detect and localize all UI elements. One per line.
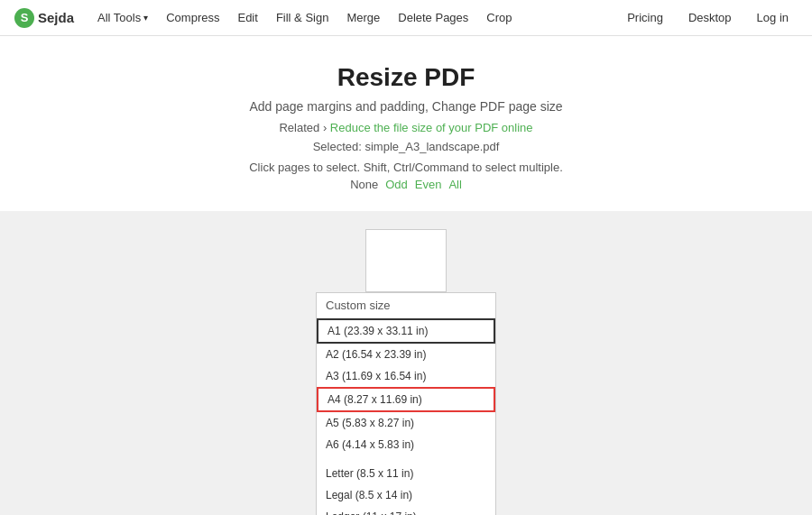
nav-desktop[interactable]: Desktop (679, 0, 741, 36)
nav-login[interactable]: Log in (748, 0, 798, 36)
page-selectors: None Odd Even All (14, 178, 798, 191)
nav-compress[interactable]: Compress (157, 0, 228, 36)
nav-links: All Tools ▾ Compress Edit Fill & Sign Me… (88, 0, 618, 36)
dropdown-item-letter[interactable]: Letter (8.5 x 11 in) (317, 463, 495, 484)
selected-file-label: Selected: simple_A3_landscape.pdf (14, 140, 798, 153)
navbar-right: Pricing Desktop Log in (618, 0, 798, 36)
dropdown-item-a6[interactable]: A6 (4.14 x 5.83 in) (317, 434, 495, 455)
dropdown-divider (317, 455, 495, 463)
dropdown-item-legal[interactable]: Legal (8.5 x 14 in) (317, 484, 495, 506)
selector-none[interactable]: None (350, 178, 378, 191)
pdf-page-preview (365, 229, 447, 292)
dropdown-item-a1[interactable]: A1 (23.39 x 33.11 in) (317, 318, 495, 344)
selector-even[interactable]: Even (415, 178, 442, 191)
selector-odd[interactable]: Odd (385, 178, 408, 191)
selector-all[interactable]: All (448, 178, 461, 191)
related-line: Related › Reduce the file size of your P… (14, 121, 798, 134)
nav-delete-pages[interactable]: Delete Pages (389, 0, 477, 36)
nav-merge[interactable]: Merge (337, 0, 389, 36)
hero-section: Resize PDF Add page margins and padding,… (0, 36, 812, 211)
nav-all-tools[interactable]: All Tools ▾ (88, 0, 157, 36)
nav-fill-sign[interactable]: Fill & Sign (267, 0, 338, 36)
dropdown-item-a5[interactable]: A5 (5.83 x 8.27 in) (317, 412, 495, 434)
dropdown-item-a2[interactable]: A2 (16.54 x 23.39 in) (317, 344, 495, 365)
size-dropdown-panel: Custom size A1 (23.39 x 33.11 in) A2 (16… (316, 292, 496, 515)
navbar: S Sejda All Tools ▾ Compress Edit Fill &… (0, 0, 812, 36)
dropdown-item-a4[interactable]: A4 (8.27 x 11.69 in) (317, 387, 495, 412)
brand-logo[interactable]: S Sejda (14, 8, 74, 28)
chevron-down-icon: ▾ (143, 13, 148, 23)
hero-subtitle: Add page margins and padding, Change PDF… (14, 99, 798, 114)
brand-name: Sejda (38, 10, 74, 25)
dropdown-header: Custom size (317, 293, 495, 318)
content-area: Custom size A1 (23.39 x 33.11 in) A2 (16… (0, 211, 812, 515)
sejda-logo-icon: S (14, 8, 34, 28)
chevron-right-icon: › (323, 121, 330, 134)
selection-hint: Click pages to select. Shift, Ctrl/Comma… (14, 161, 798, 174)
nav-crop[interactable]: Crop (477, 0, 521, 36)
related-link[interactable]: Reduce the file size of your PDF online (330, 121, 533, 134)
dropdown-item-a3[interactable]: A3 (11.69 x 16.54 in) (317, 365, 495, 387)
dropdown-item-ledger[interactable]: Ledger (11 x 17 in) (317, 506, 495, 515)
nav-edit[interactable]: Edit (228, 0, 266, 36)
nav-pricing[interactable]: Pricing (618, 0, 672, 36)
page-title: Resize PDF (14, 63, 798, 92)
